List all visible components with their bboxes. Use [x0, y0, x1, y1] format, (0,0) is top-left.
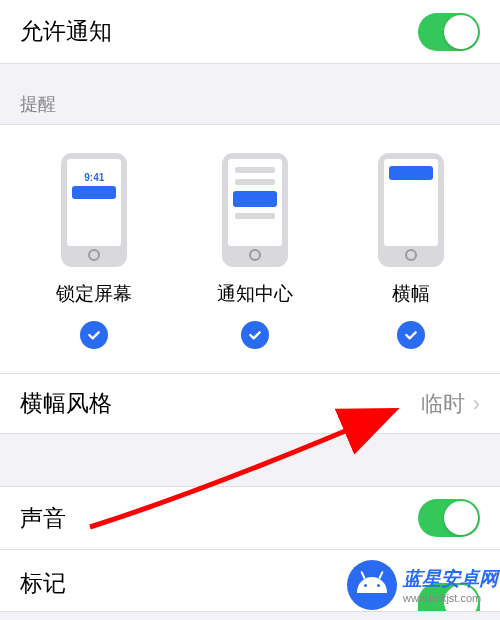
allow-notifications-row[interactable]: 允许通知	[0, 0, 500, 64]
sound-row[interactable]: 声音	[0, 486, 500, 550]
chevron-right-icon: ›	[473, 391, 480, 417]
checkmark-icon	[241, 321, 269, 349]
watermark-title: 蓝星安卓网	[403, 566, 498, 592]
sound-label: 声音	[20, 503, 66, 534]
sound-toggle[interactable]	[418, 499, 480, 537]
checkmark-icon	[80, 321, 108, 349]
banner-style-row[interactable]: 横幅风格 临时 ›	[0, 374, 500, 434]
alerts-section-header: 提醒	[0, 64, 500, 124]
allow-notifications-toggle[interactable]	[418, 13, 480, 51]
checkmark-icon	[397, 321, 425, 349]
alert-option-notification-center-label: 通知中心	[217, 281, 293, 307]
alert-option-lockscreen[interactable]: 9:41 锁定屏幕	[56, 153, 132, 349]
watermark-url: www.lmkjst.com	[403, 592, 498, 604]
lockscreen-preview-icon: 9:41	[61, 153, 127, 267]
alert-options-container: 9:41 锁定屏幕 通知中心	[0, 124, 500, 374]
badge-label: 标记	[20, 568, 66, 599]
banner-style-value: 临时	[421, 389, 465, 419]
banner-style-label: 横幅风格	[20, 388, 112, 419]
allow-notifications-label: 允许通知	[20, 16, 112, 47]
notification-center-preview-icon	[222, 153, 288, 267]
lockscreen-time: 9:41	[84, 172, 104, 183]
alert-option-banner[interactable]: 横幅	[378, 153, 444, 349]
alert-option-banner-label: 横幅	[392, 281, 430, 307]
android-logo-icon	[347, 560, 397, 610]
banner-preview-icon	[378, 153, 444, 267]
alert-option-notification-center[interactable]: 通知中心	[217, 153, 293, 349]
alert-option-lockscreen-label: 锁定屏幕	[56, 281, 132, 307]
watermark: 蓝星安卓网 www.lmkjst.com	[347, 560, 498, 610]
